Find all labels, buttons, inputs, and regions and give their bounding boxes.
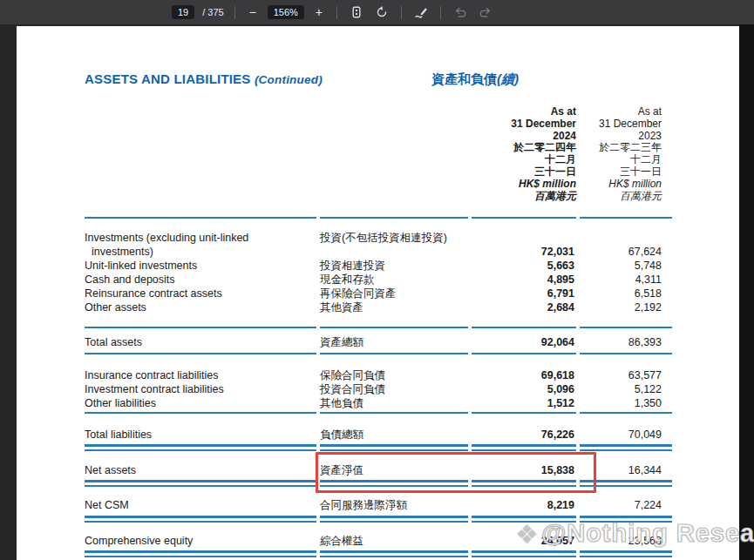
total-liabilities-row: Total liabilities 負債總額 76,226 70,049: [85, 428, 672, 442]
section-heading: ASSETS AND LIABILITIES (Continued) 資產和負債…: [85, 71, 695, 86]
total-assets-row: Total assets 資產總額 92,064 86,393: [85, 335, 672, 349]
toolbar-divider: [440, 6, 441, 19]
toolbar-divider: [234, 6, 235, 19]
table-row: Reinsurance contract assets 再保險合同資產 6,79…: [85, 287, 672, 300]
table-row: Other assets 其他資產 2,684 2,192: [85, 300, 672, 314]
net-csm-row: Net CSM 合同服務邊際淨額 8,219 7,224: [85, 498, 672, 512]
table-row: Cash and deposits 現金和存款 4,895 4,311: [85, 273, 672, 287]
table-row: Investments (excluding unit-linked inves…: [85, 231, 672, 259]
header-rule: [85, 217, 672, 219]
column-header-2023: As at 31 December 2023 於二零二三年 十二月 三十一日 H…: [580, 106, 672, 202]
heading-english-main: ASSETS AND LIABILITIES: [85, 71, 251, 86]
watermark-text: @Nothing Research: [541, 519, 754, 547]
financial-table: Investments (excluding unit-linked inves…: [85, 231, 672, 557]
column-header-2024: As at 31 December 2024 於二零二四年 十二月 三十一日 H…: [465, 106, 578, 202]
toolbar-controls: 19 / 375 − 156% +: [172, 3, 494, 21]
viewer-background-right: [739, 24, 754, 560]
toolbar-divider: [401, 6, 402, 19]
page-count-label: / 375: [202, 7, 223, 17]
fit-page-icon[interactable]: [348, 3, 365, 21]
double-rule: [85, 444, 672, 451]
zoom-in-button[interactable]: +: [312, 5, 326, 19]
zoom-out-button[interactable]: −: [246, 5, 260, 19]
section-rule: [85, 353, 672, 354]
section-rule: [85, 412, 672, 414]
heading-chinese-main: 資產和負債: [431, 71, 497, 86]
rotate-icon[interactable]: [373, 3, 391, 21]
pdf-page[interactable]: ASSETS AND LIABILITIES (Continued) 資產和負債…: [17, 26, 739, 560]
table-row: Unit-linked investments 投資相連投資 5,663 5,7…: [85, 259, 672, 273]
pdf-toolbar: 19 / 375 − 156% +: [0, 0, 754, 24]
table-row: Other liabilities 其他負債 1,512 1,350: [85, 396, 672, 410]
heading-chinese: 資產和負債(續): [431, 71, 519, 88]
watermark-logo-icon: ❖: [515, 520, 540, 549]
double-rule: [85, 550, 672, 557]
heading-english: ASSETS AND LIABILITIES (Continued): [85, 71, 323, 86]
zoom-level[interactable]: 156%: [268, 5, 304, 19]
redo-icon[interactable]: [477, 3, 494, 21]
table-row: Insurance contract liabilities 保險合同負債 69…: [85, 368, 672, 382]
table-row: Investment contract liabilities 投資合同負債 5…: [85, 382, 672, 396]
page-number-input[interactable]: 19: [172, 5, 194, 19]
section-rule: [85, 327, 672, 328]
heading-english-continued: (Continued): [255, 73, 323, 86]
net-assets-highlight-box: [316, 452, 596, 493]
toolbar-divider: [336, 6, 337, 19]
watermark: ❖@Nothing Research: [515, 519, 754, 550]
annotate-pen-icon[interactable]: [412, 3, 430, 21]
heading-chinese-continued: (續): [497, 71, 519, 86]
undo-icon[interactable]: [452, 3, 469, 21]
